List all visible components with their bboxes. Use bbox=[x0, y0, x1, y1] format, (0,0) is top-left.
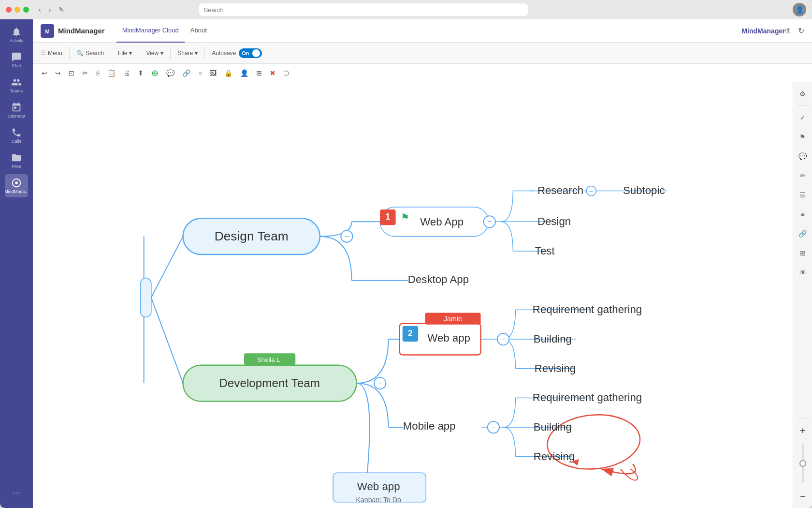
comment-panel-button[interactable]: 💬 bbox=[795, 149, 811, 164]
app-name: MindManager bbox=[58, 27, 105, 35]
flag-panel-button[interactable]: ⚑ bbox=[795, 129, 811, 145]
req-gathering-2-label[interactable]: Requirement gathering bbox=[533, 391, 642, 403]
jamie-label: Jamie bbox=[444, 315, 462, 323]
svg-text:👤: 👤 bbox=[796, 6, 804, 14]
sidebar-label-teams: Teams bbox=[10, 89, 23, 93]
right-panel: ⚙ ✓ ⚑ 💬 ✏ ☰ ≡ 🔗 ⊞ 👁 + bbox=[793, 82, 812, 508]
pencil-button[interactable]: ✏ bbox=[795, 168, 811, 183]
nav-cloud[interactable]: MindManager Cloud bbox=[116, 19, 185, 43]
table-button[interactable]: ⊞ bbox=[253, 67, 265, 79]
sidebar-label-files: Files bbox=[12, 164, 21, 169]
web-app-1-label[interactable]: Web App bbox=[420, 216, 464, 228]
comment-button[interactable]: 💬 bbox=[163, 67, 177, 79]
revising-1-label[interactable]: Revising bbox=[535, 362, 576, 374]
svg-text:−: − bbox=[491, 422, 495, 431]
web-app-3-label[interactable]: Web app bbox=[357, 480, 400, 493]
settings-panel-button[interactable]: ⚙ bbox=[795, 86, 811, 102]
autosave-label: Autosave bbox=[212, 50, 236, 57]
svg-line-5 bbox=[151, 237, 183, 298]
view-button[interactable]: View ▾ bbox=[142, 48, 167, 59]
view-chevron-icon: ▾ bbox=[160, 50, 163, 57]
menu-button[interactable]: ☰ Menu bbox=[37, 48, 66, 59]
svg-text:⚑: ⚑ bbox=[401, 212, 409, 223]
sidebar-item-teams[interactable]: Teams bbox=[5, 74, 28, 97]
back-button[interactable]: ‹ bbox=[37, 5, 43, 15]
check-button[interactable]: ✓ bbox=[795, 110, 811, 125]
zoom-minus-button[interactable]: − bbox=[795, 489, 811, 504]
list-button[interactable]: ☰ bbox=[795, 187, 811, 203]
paste-button[interactable]: 📋 bbox=[104, 67, 118, 79]
lock-button[interactable]: 🔒 bbox=[221, 67, 235, 79]
separator-5 bbox=[204, 47, 205, 59]
building-1-label[interactable]: Building bbox=[534, 333, 572, 345]
zoom-plus-button[interactable]: + bbox=[795, 423, 811, 438]
minimize-button[interactable] bbox=[14, 7, 20, 13]
file-button[interactable]: File ▾ bbox=[114, 48, 136, 59]
svg-text:−: − bbox=[487, 217, 492, 225]
app-body: Activity Chat Teams Calendar Calls Files bbox=[0, 19, 812, 508]
kanban-label: Kanban: To Do bbox=[356, 496, 401, 504]
grid-button[interactable]: ⊞ bbox=[795, 245, 811, 261]
link-button[interactable]: 🔗 bbox=[179, 67, 193, 79]
sidebar-item-more[interactable]: ··· bbox=[5, 481, 28, 504]
main-content: M MindManager MindManager Cloud About Mi… bbox=[33, 19, 812, 508]
mind-map-canvas[interactable]: Design Team Development Team Sheila L. −… bbox=[33, 82, 793, 508]
web-app-2-label[interactable]: Web app bbox=[427, 332, 470, 344]
design-team-label[interactable]: Design Team bbox=[215, 229, 289, 243]
print-button[interactable]: 🖨 bbox=[120, 67, 133, 79]
share-button[interactable]: Share ▾ bbox=[174, 48, 202, 59]
menu-icon: ☰ bbox=[41, 50, 46, 57]
compose-button[interactable]: ✎ bbox=[58, 6, 64, 14]
test-label[interactable]: Test bbox=[535, 245, 555, 257]
search-button[interactable]: 🔍 Search bbox=[72, 48, 108, 59]
sidebar-item-calendar[interactable]: Calendar bbox=[5, 99, 28, 122]
desktop-app-label[interactable]: Desktop App bbox=[408, 273, 469, 285]
sidebar-label-calendar: Calendar bbox=[8, 114, 26, 119]
forward-button[interactable]: › bbox=[47, 5, 53, 15]
link-panel-button[interactable]: 🔗 bbox=[795, 226, 811, 241]
sidebar-item-files[interactable]: Files bbox=[5, 149, 28, 172]
req-gathering-1-label[interactable]: Requirement gathering bbox=[533, 303, 642, 315]
refresh-button[interactable]: ↻ bbox=[798, 26, 804, 35]
person-button[interactable]: 👤 bbox=[237, 67, 251, 79]
sidebar-item-chat[interactable]: Chat bbox=[5, 48, 28, 72]
share-icon-button[interactable]: ⬡ bbox=[280, 67, 292, 79]
panel-bottom: + − bbox=[795, 418, 811, 504]
image-button[interactable]: 🖼 bbox=[207, 67, 219, 79]
sidebar-label-calls: Calls bbox=[12, 139, 21, 144]
search-input[interactable] bbox=[199, 3, 528, 16]
delete-button[interactable]: ✖ bbox=[267, 67, 278, 79]
add-button[interactable]: ⊕ bbox=[148, 66, 161, 80]
details-button[interactable]: ≡ bbox=[795, 207, 811, 222]
canvas-area: Design Team Development Team Sheila L. −… bbox=[33, 82, 812, 508]
dev-team-label[interactable]: Development Team bbox=[219, 376, 320, 389]
app-nav: MindManager Cloud About bbox=[116, 19, 213, 43]
redo-button[interactable]: ↪ bbox=[52, 67, 64, 79]
mobile-app-label[interactable]: Mobile app bbox=[403, 420, 456, 432]
copy-format-button[interactable]: ⊡ bbox=[66, 67, 77, 79]
revising-2-label[interactable]: Revising bbox=[534, 450, 575, 463]
separator-2 bbox=[111, 47, 111, 59]
search-icon: 🔍 bbox=[76, 50, 84, 57]
eye-button[interactable]: 👁 bbox=[795, 265, 811, 280]
research-label[interactable]: Research bbox=[537, 184, 583, 196]
shape-button[interactable]: ○ bbox=[195, 67, 205, 79]
svg-text:−: − bbox=[501, 334, 505, 343]
nav-about[interactable]: About bbox=[185, 19, 213, 43]
sidebar-item-activity[interactable]: Activity bbox=[5, 23, 28, 46]
subtopic-label[interactable]: Subtopic bbox=[623, 184, 665, 196]
sidebar-item-mindmanager[interactable]: MindMana... bbox=[5, 174, 28, 197]
close-button[interactable] bbox=[6, 7, 12, 13]
copy-button[interactable]: ⎘ bbox=[93, 67, 102, 79]
cut-button[interactable]: ✂ bbox=[79, 67, 91, 79]
maximize-button[interactable] bbox=[23, 7, 29, 13]
sidebar-item-calls[interactable]: Calls bbox=[5, 124, 28, 147]
building-2-label[interactable]: Building bbox=[534, 421, 572, 433]
svg-text:−: − bbox=[589, 187, 593, 195]
autosave-toggle[interactable]: On bbox=[239, 48, 261, 58]
design-label[interactable]: Design bbox=[537, 215, 571, 227]
badge2-text: 2 bbox=[408, 329, 413, 338]
undo-button[interactable]: ↩ bbox=[39, 67, 50, 79]
export-button[interactable]: ⬆ bbox=[135, 67, 146, 79]
separator-1 bbox=[69, 47, 70, 59]
